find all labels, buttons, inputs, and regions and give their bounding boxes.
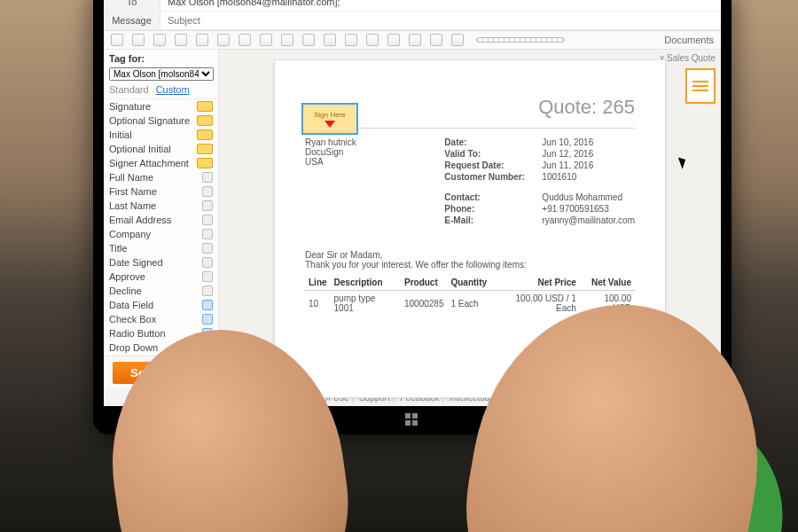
field-item[interactable]: Optional Initial (104, 142, 218, 156)
field-item[interactable]: Company (104, 227, 218, 241)
field-item[interactable]: Date Signed (104, 255, 218, 270)
to-label: To (104, 0, 160, 11)
field-icon (197, 158, 213, 168)
field-label: First Name (109, 186, 157, 197)
toolbar-icons (111, 34, 464, 46)
subject-input[interactable] (168, 15, 714, 26)
field-label: Full Name (109, 172, 153, 183)
field-icon (202, 271, 213, 282)
field-icon (202, 286, 213, 296)
field-item[interactable]: Title (104, 241, 218, 255)
toolbar-icon[interactable] (217, 34, 230, 46)
field-item[interactable]: Initial (104, 128, 218, 142)
toolbar-icon[interactable] (196, 34, 208, 46)
sales-quote-chip[interactable]: x Sales Quote (660, 53, 716, 63)
field-label: Drop Down (109, 342, 158, 353)
fields-sidebar: Tag for: Max Olson [molson84@...] Standa… (104, 50, 219, 356)
field-label: Optional Initial (109, 144, 171, 154)
field-item[interactable]: Last Name (104, 199, 218, 213)
toolbar-icon[interactable] (345, 34, 357, 46)
field-item[interactable]: Data Field (104, 298, 218, 312)
field-item[interactable]: Optional Signature (104, 113, 218, 128)
field-icon (202, 172, 213, 183)
field-label: Check Box (109, 314, 156, 325)
field-icon (197, 129, 213, 140)
message-label: Message (104, 12, 160, 29)
documents-panel: x Sales Quote (660, 53, 716, 104)
field-item[interactable]: Email Address (104, 213, 218, 227)
sender-block: Ryan hutnick DocuSign USA (305, 137, 418, 227)
field-item[interactable]: Full Name (104, 170, 218, 184)
field-label: Date Signed (109, 257, 163, 268)
field-item[interactable]: Signer Attachment (104, 156, 218, 170)
letter-body: Dear Sir or Madam, Thank you for your in… (305, 250, 635, 270)
field-item[interactable]: First Name (104, 184, 218, 199)
toolbar-icon[interactable] (409, 34, 421, 46)
field-icon (202, 243, 213, 254)
field-item[interactable]: Approve (104, 270, 218, 284)
documents-label[interactable]: Documents (664, 35, 714, 45)
field-label: Initial (109, 129, 132, 140)
field-label: Radio Button (109, 328, 166, 339)
windows-logo-icon (405, 413, 419, 427)
zoom-slider[interactable] (476, 37, 565, 43)
tab-custom[interactable]: Custom (156, 84, 190, 95)
tagfor-label: Tag for: (104, 53, 218, 67)
toolbar-icon[interactable] (366, 34, 379, 46)
toolbar-icon[interactable] (302, 34, 315, 46)
arrow-down-icon (325, 121, 335, 128)
toolbar-icon[interactable] (239, 34, 251, 46)
to-field[interactable]: Max Olson [molson84@mailinator.com]; (160, 0, 721, 11)
field-label: Company (109, 229, 151, 239)
field-icon (202, 215, 213, 225)
field-icon (202, 257, 213, 268)
field-label: Email Address (109, 215, 171, 225)
toolbar-icon[interactable] (175, 34, 187, 46)
toolbar-icon[interactable] (430, 34, 442, 46)
meta-block: Date:Jun 10, 2016Valid To:Jun 12, 2016Re… (444, 137, 635, 227)
toolbar-icon[interactable] (451, 34, 464, 46)
field-label: Last Name (109, 200, 156, 211)
field-icon (197, 101, 213, 112)
toolbar-icon[interactable] (260, 34, 272, 46)
email-header: To Max Olson [molson84@mailinator.com]; … (104, 0, 721, 31)
field-item[interactable]: Signature (104, 99, 218, 113)
field-icon (202, 314, 213, 325)
field-label: Optional Signature (109, 115, 190, 126)
field-label: Signature (109, 101, 151, 112)
toolbar-icon[interactable] (281, 34, 293, 46)
field-icon (202, 300, 213, 310)
field-label: Decline (109, 286, 142, 296)
field-icon (202, 229, 213, 239)
field-icon (197, 144, 213, 154)
tab-standard[interactable]: Standard (109, 84, 149, 95)
sign-here-tag[interactable]: Sign Here (301, 103, 358, 135)
sign-here-label: Sign Here (314, 111, 346, 119)
field-label: Data Field (109, 300, 153, 310)
cursor-icon (680, 156, 689, 168)
toolbar-icon[interactable] (324, 34, 336, 46)
toolbar-icon[interactable] (132, 34, 145, 46)
field-icon (197, 115, 213, 126)
toolbar-icon[interactable] (387, 34, 400, 46)
field-label: Signer Attachment (109, 158, 189, 168)
field-icon (202, 186, 213, 197)
tagfor-select[interactable]: Max Olson [molson84@...] (109, 67, 214, 81)
toolbar-icon[interactable] (111, 34, 123, 46)
formatting-toolbar: Documents (104, 31, 721, 50)
field-label: Approve (109, 271, 145, 282)
field-icon (202, 200, 213, 211)
document-thumbnail-icon[interactable] (685, 68, 716, 104)
field-item[interactable]: Check Box (104, 312, 218, 326)
field-item[interactable]: Decline (104, 284, 218, 298)
toolbar-icon[interactable] (153, 34, 166, 46)
field-label: Title (109, 243, 127, 254)
